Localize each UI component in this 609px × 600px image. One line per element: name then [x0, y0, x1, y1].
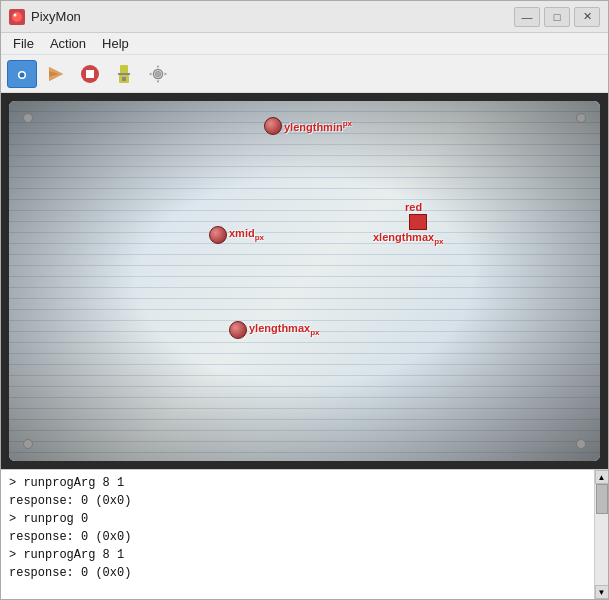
svg-rect-9 — [118, 73, 130, 75]
toolbar — [1, 55, 608, 93]
camera-button[interactable] — [7, 60, 37, 88]
ylengthmin-dot — [264, 117, 282, 135]
svg-point-1 — [14, 13, 17, 16]
ylengthmax-label: ylengthmaxpx — [249, 322, 319, 337]
corner-screw-br — [576, 439, 586, 449]
flash-button[interactable] — [109, 60, 139, 88]
svg-point-0 — [12, 12, 22, 22]
console-line: response: 0 (0x0) — [9, 564, 600, 582]
minimize-button[interactable]: — — [514, 7, 540, 27]
console-line: > runprogArg 8 1 — [9, 474, 600, 492]
scroll-down-arrow[interactable]: ▼ — [595, 585, 609, 599]
window-controls: — □ ✕ — [514, 7, 600, 27]
camera-view: ylengthminpx xmidpx red xlengthmaxpx yle… — [1, 93, 608, 469]
xmid-label: xmidpx — [229, 227, 264, 242]
svg-point-4 — [20, 72, 25, 77]
camera-frame: ylengthminpx xmidpx red xlengthmaxpx yle… — [9, 101, 600, 461]
svg-point-14 — [156, 71, 161, 76]
menu-help[interactable]: Help — [94, 34, 137, 53]
settings-button[interactable] — [143, 60, 173, 88]
console-area: > runprogArg 8 1response: 0 (0x0)> runpr… — [1, 469, 608, 599]
corner-screw-tl — [23, 113, 33, 123]
window-title: PixyMon — [31, 9, 514, 24]
xlengthmax-label: xlengthmaxpx — [373, 231, 443, 246]
menu-bar: File Action Help — [1, 33, 608, 55]
xmid-dot — [209, 226, 227, 244]
ylengthmin-marker: ylengthminpx — [264, 117, 352, 135]
run-button[interactable] — [41, 60, 71, 88]
scroll-track — [595, 484, 608, 585]
menu-file[interactable]: File — [5, 34, 42, 53]
maximize-button[interactable]: □ — [544, 7, 570, 27]
scroll-up-arrow[interactable]: ▲ — [595, 470, 609, 484]
svg-rect-5 — [18, 66, 22, 69]
app-icon — [9, 9, 25, 25]
svg-rect-11 — [122, 77, 126, 81]
main-content: ylengthminpx xmidpx red xlengthmaxpx yle… — [1, 93, 608, 599]
close-button[interactable]: ✕ — [574, 7, 600, 27]
xmid-marker: xmidpx — [209, 226, 264, 244]
console-content[interactable]: > runprogArg 8 1response: 0 (0x0)> runpr… — [1, 470, 608, 599]
console-line: > runprogArg 8 1 — [9, 546, 600, 564]
corner-screw-tr — [576, 113, 586, 123]
ylengthmax-marker: ylengthmaxpx — [229, 321, 319, 339]
title-bar: PixyMon — □ ✕ — [1, 1, 608, 33]
console-line: response: 0 (0x0) — [9, 492, 600, 510]
red-label: red — [405, 201, 422, 213]
console-line: > runprog 0 — [9, 510, 600, 528]
svg-rect-7 — [86, 70, 94, 78]
red-detection-box — [409, 214, 427, 230]
ylengthmin-label: ylengthminpx — [284, 119, 352, 133]
stop-button[interactable] — [75, 60, 105, 88]
menu-action[interactable]: Action — [42, 34, 94, 53]
ylengthmax-dot — [229, 321, 247, 339]
scroll-thumb[interactable] — [596, 484, 608, 514]
console-line: response: 0 (0x0) — [9, 528, 600, 546]
corner-screw-bl — [23, 439, 33, 449]
main-window: PixyMon — □ ✕ File Action Help — [0, 0, 609, 600]
console-scrollbar[interactable]: ▲ ▼ — [594, 470, 608, 599]
xlengthmax-marker: xlengthmaxpx — [371, 231, 443, 246]
